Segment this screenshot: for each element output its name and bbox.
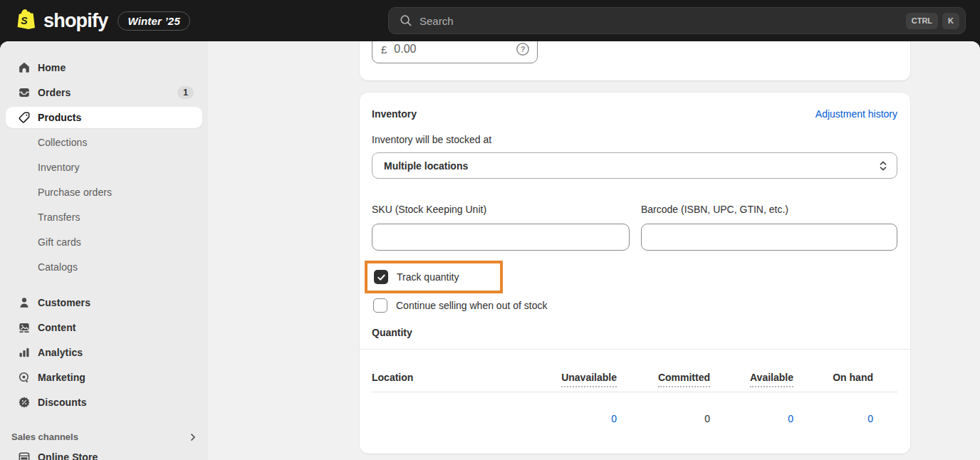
sidebar-item-marketing[interactable]: Marketing (6, 367, 202, 388)
sidebar-item-label: Analytics (38, 347, 83, 358)
sidebar-item-label: Transfers (38, 211, 80, 223)
orders-icon (17, 85, 31, 100)
on-hand-value-link[interactable]: 0 (867, 413, 873, 424)
content-icon (17, 320, 31, 335)
sales-channels-label: Sales channels (11, 432, 78, 442)
col-header-on-hand: On hand (793, 372, 873, 383)
sidebar-item-label: Catalogs (38, 261, 78, 273)
committed-cell: 0 (617, 413, 710, 424)
sidebar-item-transfers[interactable]: Transfers (6, 207, 202, 228)
sidebar-item-label: Inventory (38, 162, 80, 173)
sidebar-item-label: Gift cards (38, 236, 81, 248)
content-surface: Home Orders 1 Products Collections Inven… (0, 41, 980, 460)
location-select-value: Multiple locations (384, 160, 468, 172)
sidebar-item-label: Marketing (38, 372, 85, 383)
svg-text:S: S (21, 14, 28, 26)
sidebar-item-orders[interactable]: Orders 1 (6, 82, 202, 103)
sidebar-item-analytics[interactable]: Analytics (6, 342, 202, 363)
shopify-admin-window: S shopify Winter ’25 CTRL K Home (0, 0, 980, 460)
stocked-at-label: Inventory will be stocked at (372, 134, 897, 145)
quantity-table-row: 0 0 0 0 (372, 392, 897, 424)
sidebar-item-label: Content (38, 322, 76, 333)
adjustment-history-link[interactable]: Adjustment history (815, 108, 897, 120)
sidebar-item-discounts[interactable]: Discounts (6, 392, 202, 413)
sidebar-item-label: Online Store (38, 451, 98, 460)
select-chevrons-icon (877, 159, 890, 173)
k-key-badge: K (942, 13, 959, 29)
continue-selling-checkbox[interactable] (373, 298, 387, 313)
sidebar-item-catalogs[interactable]: Catalogs (6, 256, 202, 278)
sales-channels-header[interactable]: Sales channels (11, 432, 198, 442)
sidebar-item-label: Discounts (38, 397, 87, 408)
available-cell: 0 (710, 413, 793, 424)
sidebar-item-label: Home (38, 62, 66, 73)
price-field[interactable]: £ ? (372, 41, 538, 63)
inventory-card-title: Inventory (372, 108, 417, 120)
online-store-icon (17, 450, 31, 460)
top-bar: S shopify Winter ’25 CTRL K (0, 0, 980, 41)
sku-input[interactable] (372, 224, 630, 251)
track-quantity-checkbox[interactable] (374, 270, 388, 284)
col-header-available[interactable]: Available (710, 372, 793, 383)
sidebar-section-gap (0, 281, 208, 292)
col-header-committed[interactable]: Committed (617, 372, 710, 383)
sidebar-item-products[interactable]: Products (6, 107, 202, 128)
quantity-heading: Quantity (372, 327, 897, 338)
marketing-icon (17, 370, 31, 385)
analytics-icon (17, 345, 31, 360)
sidebar-item-customers[interactable]: Customers (6, 292, 202, 313)
sidebar-item-online-store[interactable]: Online Store (6, 446, 202, 460)
continue-selling-label: Continue selling when out of stock (396, 300, 547, 311)
pricing-card: £ ? (360, 41, 910, 80)
col-header-location: Location (372, 372, 531, 383)
shopify-bag-icon: S (16, 8, 37, 34)
sidebar-item-inventory[interactable]: Inventory (6, 157, 202, 178)
sidebar-item-home[interactable]: Home (6, 57, 202, 78)
barcode-input[interactable] (641, 224, 897, 251)
chevron-right-icon (188, 432, 198, 442)
ctrl-key-badge: CTRL (906, 13, 938, 29)
search-icon (399, 14, 413, 28)
on-hand-cell: 0 (793, 413, 873, 424)
customers-icon (17, 296, 31, 310)
search-input[interactable] (419, 15, 902, 27)
barcode-label: Barcode (ISBN, UPC, GTIN, etc.) (641, 204, 897, 216)
sidebar-nav: Home Orders 1 Products Collections Inven… (0, 41, 208, 460)
sidebar-item-label: Collections (38, 137, 88, 148)
track-quantity-annotation-box: Track quantity (365, 261, 503, 293)
inventory-card: Inventory Adjustment history Inventory w… (360, 93, 910, 454)
sidebar-item-label: Products (38, 112, 81, 123)
products-tag-icon (17, 110, 31, 125)
sidebar-item-label: Orders (38, 87, 71, 98)
currency-prefix: £ (381, 43, 387, 56)
sidebar-item-content[interactable]: Content (6, 317, 202, 338)
sidebar-item-label: Customers (38, 297, 90, 308)
version-badge: Winter ’25 (118, 11, 190, 31)
svg-text:?: ? (521, 45, 526, 53)
quantity-table-header: Location Unavailable Committed Available… (372, 350, 897, 392)
sidebar-item-collections[interactable]: Collections (6, 132, 202, 153)
sidebar-item-purchase-orders[interactable]: Purchase orders (6, 182, 202, 203)
sku-label: SKU (Stock Keeping Unit) (372, 204, 630, 216)
question-mark-icon[interactable]: ? (516, 42, 530, 56)
sidebar-item-gift-cards[interactable]: Gift cards (6, 231, 202, 253)
shopify-logo[interactable]: S shopify (16, 8, 108, 34)
orders-count-badge: 1 (177, 86, 194, 99)
shopify-wordmark: shopify (43, 10, 108, 32)
sidebar-item-label: Purchase orders (38, 187, 112, 198)
checkmark-icon (377, 273, 386, 282)
global-search[interactable]: CTRL K (388, 7, 966, 34)
discounts-icon (17, 395, 31, 409)
main-content: £ ? Inventory Adjustment history Invento… (208, 41, 980, 460)
price-input[interactable] (394, 43, 516, 56)
unavailable-cell: 0 (531, 413, 617, 424)
col-header-unavailable[interactable]: Unavailable (531, 372, 617, 383)
location-select[interactable]: Multiple locations (372, 152, 897, 179)
unavailable-value-link[interactable]: 0 (611, 413, 617, 424)
track-quantity-label: Track quantity (397, 271, 459, 283)
home-icon (17, 61, 31, 75)
available-value-link[interactable]: 0 (788, 413, 793, 424)
